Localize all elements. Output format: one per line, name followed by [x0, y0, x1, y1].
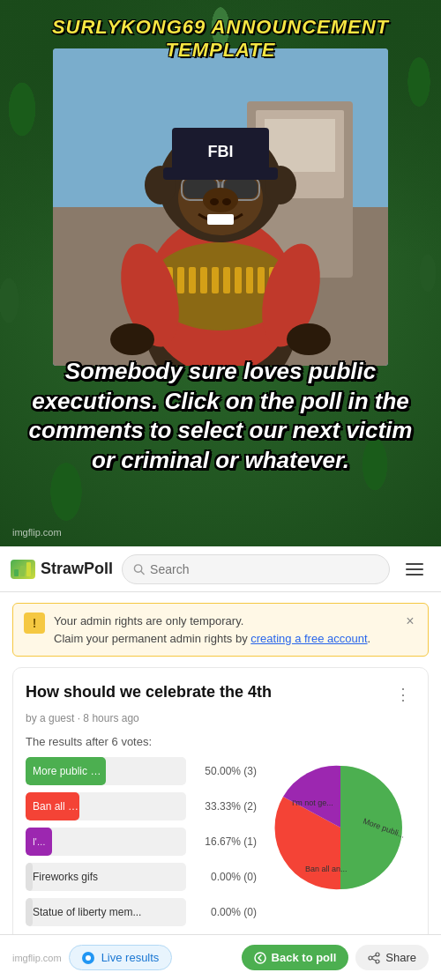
- imgflip-logo-small: imgflip.com: [12, 953, 62, 963]
- svg-rect-44: [26, 562, 31, 576]
- svg-rect-18: [258, 267, 265, 293]
- bar-pct: 0.00% (0): [193, 871, 257, 883]
- bar-container: More public executi...: [26, 757, 186, 785]
- bar-fill: More public executi...: [26, 757, 106, 785]
- svg-text:FBI: FBI: [208, 143, 234, 160]
- live-results-label: Live results: [101, 951, 160, 964]
- hamburger-line: [406, 563, 423, 565]
- bar-label: Ban all anime from t...: [33, 800, 79, 813]
- alert-banner: ! Your admin rights are only temporary. …: [12, 603, 429, 657]
- svg-rect-42: [14, 569, 19, 576]
- svg-text:I'm not ge...: I'm not ge...: [292, 798, 333, 807]
- meme-section: SURLYKONG69 ANNOUNCEMENT TEMPLATE: [0, 0, 441, 546]
- poll-title: How should we celebrate the 4th: [26, 682, 391, 702]
- bar-label: Fireworks gifs: [33, 871, 98, 883]
- bar-label: More public executi...: [33, 765, 106, 777]
- navbar: StrawPoll: [0, 546, 441, 592]
- alert-line2-prefix: Claim your permanent admin rights by: [54, 632, 250, 645]
- meme-caption: Somebody sure loves public executions. C…: [18, 357, 423, 476]
- bar-label: Statue of liberty mem...: [33, 906, 141, 918]
- bar-pct: 0.00% (0): [193, 906, 257, 918]
- search-icon: [133, 563, 145, 575]
- svg-line-55: [372, 959, 376, 961]
- poll-menu-button[interactable]: ⋮: [391, 682, 415, 707]
- alert-text: Your admin rights are only temporary. Cl…: [54, 612, 370, 647]
- poll-option: I'm not getting... 16.67% (1): [26, 828, 257, 856]
- poll-option: Statue of liberty mem... 0.00% (0): [26, 898, 257, 926]
- pie-chart: More publi... Ban all an... I'm not ge..…: [265, 757, 415, 898]
- hamburger-button[interactable]: [399, 553, 430, 585]
- svg-point-23: [110, 323, 154, 355]
- svg-point-35: [222, 198, 231, 205]
- bar-container: I'm not getting...: [26, 828, 186, 856]
- meme-title: SURLYKONG69 ANNOUNCEMENT TEMPLATE: [0, 16, 441, 62]
- back-to-poll-button[interactable]: Back to poll: [242, 945, 349, 970]
- search-box[interactable]: [122, 554, 390, 584]
- bar-fill: Ban all anime from t...: [26, 792, 79, 820]
- poll-meta: by a guest · 8 hours ago: [26, 712, 415, 724]
- svg-line-54: [372, 955, 376, 957]
- poll-votes-label: The results after 6 votes:: [26, 735, 415, 748]
- logo-icon: [11, 560, 35, 579]
- meme-image: FBI: [53, 48, 388, 366]
- poll-card: How should we celebrate the 4th ⋮ by a g…: [12, 667, 429, 947]
- poll-option: Fireworks gifs 0.00% (0): [26, 863, 257, 891]
- bar-pct: 16.67% (1): [193, 835, 257, 848]
- bar-pct: 50.00% (3): [193, 765, 257, 777]
- pie-svg: More publi... Ban all an... I'm not ge..…: [270, 757, 411, 898]
- right-buttons: Back to poll Share: [242, 945, 429, 970]
- svg-rect-17: [246, 267, 253, 293]
- bar-container: Ban all anime from t...: [26, 792, 186, 820]
- live-dot-icon: [82, 952, 94, 964]
- svg-rect-43: [20, 566, 25, 576]
- hamburger-line: [406, 568, 423, 570]
- alert-line1: Your admin rights are only temporary.: [54, 614, 243, 627]
- alert-close-button[interactable]: ×: [401, 612, 419, 630]
- imgflip-badge: imgflip.com: [12, 527, 62, 538]
- logo-text: StrawPoll: [41, 560, 113, 578]
- svg-point-50: [255, 953, 265, 963]
- svg-rect-13: [200, 267, 207, 293]
- share-icon: [368, 952, 380, 964]
- live-results-button[interactable]: Live results: [69, 945, 173, 970]
- share-button[interactable]: Share: [355, 945, 429, 970]
- svg-text:Ban all an...: Ban all an...: [305, 865, 348, 873]
- svg-point-33: [203, 188, 238, 212]
- poll-bars: More public executi... 50.00% (3) Ban al…: [26, 757, 257, 933]
- back-arrow-icon: [254, 952, 266, 964]
- back-to-poll-label: Back to poll: [272, 951, 337, 964]
- search-input[interactable]: [150, 562, 378, 576]
- alert-link-suffix: .: [368, 632, 371, 645]
- poll-option: Ban all anime from t... 33.33% (2): [26, 792, 257, 820]
- bar-fill: [26, 898, 33, 926]
- share-label: Share: [385, 951, 416, 964]
- svg-rect-15: [223, 267, 230, 293]
- strawpoll-logo[interactable]: StrawPoll: [11, 560, 113, 579]
- svg-point-24: [287, 323, 331, 355]
- svg-point-34: [210, 198, 219, 205]
- bar-fill: [26, 863, 33, 891]
- bar-fill: I'm not getting...: [26, 828, 52, 856]
- bottom-bar: imgflip.com Live results Back to poll: [0, 934, 441, 980]
- hamburger-line: [406, 574, 423, 575]
- svg-rect-36: [207, 214, 234, 225]
- poll-option: More public executi... 50.00% (3): [26, 757, 257, 785]
- svg-line-46: [141, 571, 144, 574]
- svg-rect-11: [177, 267, 184, 293]
- svg-point-52: [376, 960, 379, 963]
- svg-rect-40: [163, 167, 278, 180]
- svg-rect-14: [212, 267, 219, 293]
- alert-link[interactable]: creating a free account: [250, 632, 367, 645]
- svg-point-51: [376, 953, 379, 956]
- bar-pct: 33.33% (2): [193, 800, 257, 813]
- bar-container: Statue of liberty mem...: [26, 898, 186, 926]
- svg-point-53: [369, 956, 372, 960]
- poll-header: How should we celebrate the 4th ⋮: [26, 682, 415, 707]
- svg-rect-16: [235, 267, 242, 293]
- svg-rect-12: [189, 267, 196, 293]
- bar-container: Fireworks gifs: [26, 863, 186, 891]
- live-dot-inner: [86, 955, 91, 961]
- bar-label: I'm not getting...: [33, 837, 52, 847]
- warning-icon: !: [24, 612, 45, 634]
- poll-content: More public executi... 50.00% (3) Ban al…: [26, 757, 415, 933]
